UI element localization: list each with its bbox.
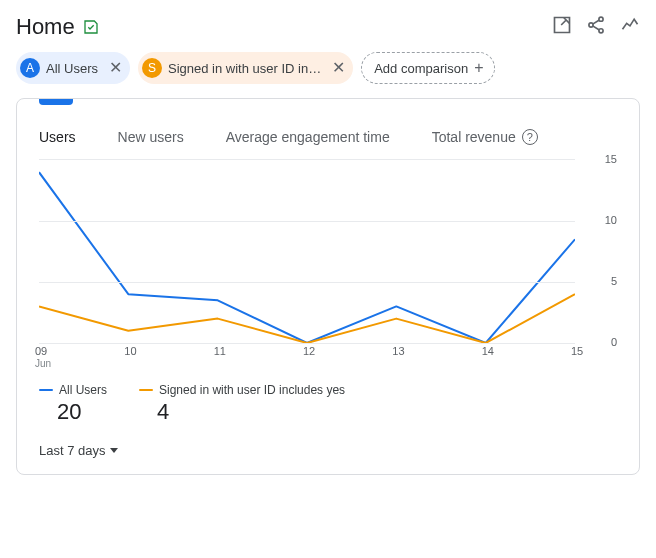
chip-avatar: A xyxy=(20,58,40,78)
y-tick-label: 10 xyxy=(581,214,617,226)
y-tick-label: 5 xyxy=(581,275,617,287)
tab-label: Total revenue xyxy=(432,129,516,145)
legend-swatch xyxy=(39,389,53,391)
add-comparison-button[interactable]: Add comparison + xyxy=(361,52,494,84)
customize-icon[interactable] xyxy=(552,15,572,39)
x-tick-label: 12 xyxy=(303,345,315,357)
x-tick-label: 14 xyxy=(482,345,494,357)
date-range-label: Last 7 days xyxy=(39,443,106,458)
legend-count: 4 xyxy=(139,399,345,425)
tab-new-users[interactable]: New users xyxy=(118,129,184,145)
y-tick-label: 15 xyxy=(581,153,617,165)
y-tick-label: 0 xyxy=(581,336,617,348)
legend-label: All Users xyxy=(59,383,107,397)
chevron-down-icon xyxy=(110,448,118,453)
legend-item-signed-in: Signed in with user ID includes yes 4 xyxy=(139,383,345,425)
x-tick-label: 10 xyxy=(124,345,136,357)
legend-label: Signed in with user ID includes yes xyxy=(159,383,345,397)
date-range-selector[interactable]: Last 7 days xyxy=(17,425,140,462)
chip-remove-icon[interactable]: ✕ xyxy=(327,57,349,79)
help-icon[interactable]: ? xyxy=(522,129,538,145)
x-tick-label: 09Jun xyxy=(35,345,51,369)
add-comparison-label: Add comparison xyxy=(374,61,468,76)
chip-avatar: S xyxy=(142,58,162,78)
series-line xyxy=(39,294,575,343)
overview-card: Users New users Average engagement time … xyxy=(16,98,640,475)
legend-swatch xyxy=(139,389,153,391)
legend-item-all-users: All Users 20 xyxy=(39,383,107,425)
tab-users[interactable]: Users xyxy=(39,129,76,145)
chip-label: All Users xyxy=(46,61,98,76)
series-line xyxy=(39,172,575,343)
share-icon[interactable] xyxy=(586,15,606,39)
chip-label: Signed in with user ID in… xyxy=(168,61,321,76)
tab-total-revenue[interactable]: Total revenue ? xyxy=(432,129,538,145)
page-title: Home xyxy=(16,14,75,40)
legend-count: 20 xyxy=(39,399,107,425)
x-tick-label: 11 xyxy=(214,345,226,357)
chart-area: 09Jun101112131415 051015 xyxy=(39,159,617,369)
chip-signed-in[interactable]: S Signed in with user ID in… ✕ xyxy=(138,52,353,84)
plus-icon: + xyxy=(474,60,483,76)
x-tick-label: 13 xyxy=(392,345,404,357)
chip-remove-icon[interactable]: ✕ xyxy=(104,57,126,79)
tab-avg-engagement[interactable]: Average engagement time xyxy=(226,129,390,145)
insights-icon[interactable] xyxy=(620,15,640,39)
verified-icon xyxy=(83,19,99,35)
chip-all-users[interactable]: A All Users ✕ xyxy=(16,52,130,84)
